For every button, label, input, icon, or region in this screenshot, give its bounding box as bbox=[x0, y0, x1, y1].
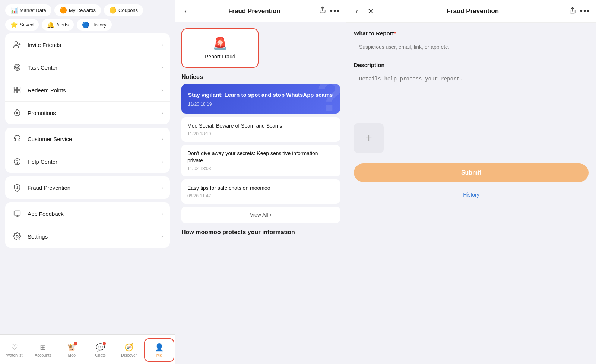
description-textarea[interactable] bbox=[354, 70, 589, 115]
right-more-icon[interactable]: ••• bbox=[580, 7, 590, 16]
menu-item-app-feedback[interactable]: App Feedback › bbox=[5, 202, 170, 225]
view-all-chevron: › bbox=[270, 212, 272, 218]
app-feedback-label: App Feedback bbox=[28, 211, 161, 217]
right-panel-header: ‹ ✕ Fraud Prevention ••• bbox=[346, 0, 596, 23]
right-header-actions: ••• bbox=[569, 7, 590, 16]
fraud-prevention-label: Fraud Prevention bbox=[28, 185, 161, 191]
notice-featured-title: Stay vigilant: Learn to spot and stop Wh… bbox=[188, 91, 333, 99]
svg-rect-9 bbox=[18, 90, 20, 93]
customer-service-chevron: › bbox=[161, 136, 163, 142]
nav-me[interactable]: 👤 Me bbox=[144, 338, 174, 362]
mid-panel: ‹ Fraud Prevention ••• 🚨 Report Fraud No… bbox=[175, 0, 346, 364]
submit-button[interactable]: Submit bbox=[354, 163, 589, 182]
menu-list: Invite Friends › Task Center › Redeem Po… bbox=[0, 33, 175, 334]
nav-discover[interactable]: 🧭 Discover bbox=[115, 338, 143, 363]
redeem-points-label: Redeem Points bbox=[28, 87, 161, 93]
view-all-button[interactable]: View All › bbox=[181, 207, 340, 223]
tab-my-rewards-label: My Rewards bbox=[69, 7, 96, 13]
settings-chevron: › bbox=[161, 233, 163, 239]
tab-saved-label: Saved bbox=[20, 22, 34, 28]
svg-point-11 bbox=[17, 164, 17, 164]
notice-item-2[interactable]: Easy tips for safe chats on moomoo 09/26… bbox=[181, 179, 340, 204]
moo-icon: 🐮 bbox=[67, 343, 76, 352]
notice-item-1[interactable]: Don't give away your secrets: Keep sensi… bbox=[181, 145, 340, 176]
svg-rect-14 bbox=[14, 211, 20, 215]
history-link[interactable]: History bbox=[354, 189, 589, 201]
right-close-button[interactable]: ✕ bbox=[365, 5, 377, 17]
menu-item-settings[interactable]: Settings › bbox=[5, 225, 170, 248]
right-share-icon[interactable] bbox=[569, 7, 576, 16]
mid-share-icon[interactable] bbox=[319, 6, 326, 16]
menu-item-redeem-points[interactable]: Redeem Points › bbox=[5, 79, 170, 102]
mid-panel-header: ‹ Fraud Prevention ••• bbox=[175, 0, 346, 22]
left-panel: 📊 Market Data 🟠 My Rewards 🟡 Coupons ⭐ S… bbox=[0, 0, 175, 364]
promotions-icon bbox=[12, 108, 22, 118]
nav-watchlist[interactable]: ♡ Watchlist bbox=[0, 338, 29, 363]
market-data-icon: 📊 bbox=[10, 7, 18, 14]
tab-market-data-label: Market Data bbox=[20, 7, 46, 13]
help-center-label: Help Center bbox=[28, 159, 161, 165]
notice-featured[interactable]: Stay vigilant: Learn to spot and stop Wh… bbox=[181, 84, 340, 114]
svg-point-13 bbox=[17, 188, 17, 189]
alerts-icon: 🔔 bbox=[47, 21, 54, 28]
tab-alerts[interactable]: 🔔 Alerts bbox=[42, 19, 74, 31]
notice-item-0[interactable]: Moo Social: Beware of Spam and Scams 11/… bbox=[181, 117, 340, 142]
task-center-chevron: › bbox=[161, 64, 163, 70]
required-star: * bbox=[394, 30, 396, 36]
menu-item-fraud-prevention[interactable]: Fraud Prevention › bbox=[5, 176, 170, 199]
menu-item-help-center[interactable]: Help Center › bbox=[5, 150, 170, 173]
protect-title: How moomoo protects your information bbox=[181, 229, 340, 236]
tab-history[interactable]: 🔵 History bbox=[77, 19, 111, 31]
right-content: What to Report* Description + Submit His… bbox=[346, 23, 596, 364]
photo-upload-button[interactable]: + bbox=[354, 123, 384, 153]
notice-0-title: Moo Social: Beware of Spam and Scams bbox=[187, 122, 334, 130]
right-back-button[interactable]: ‹ bbox=[352, 6, 361, 17]
notice-2-date: 09/26 11:42 bbox=[187, 193, 334, 198]
fraud-prevention-chevron: › bbox=[161, 185, 163, 191]
report-fraud-icon: 🚨 bbox=[213, 36, 228, 51]
description-field: Description bbox=[354, 62, 589, 116]
tab-my-rewards[interactable]: 🟠 My Rewards bbox=[54, 4, 101, 16]
fraud-prevention-icon bbox=[12, 182, 22, 193]
what-to-report-input[interactable] bbox=[354, 39, 589, 55]
report-fraud-tile[interactable]: 🚨 Report Fraud bbox=[181, 28, 259, 68]
moo-label: Moo bbox=[68, 353, 76, 357]
watchlist-label: Watchlist bbox=[6, 353, 22, 357]
chats-label: Chats bbox=[95, 353, 106, 357]
mid-more-icon[interactable]: ••• bbox=[330, 7, 340, 15]
chats-icon: 💬 bbox=[96, 343, 105, 352]
tab-coupons[interactable]: 🟡 Coupons bbox=[104, 4, 143, 16]
me-label: Me bbox=[156, 353, 162, 357]
nav-chats[interactable]: 💬 Chats bbox=[86, 338, 115, 363]
menu-item-invite-friends[interactable]: Invite Friends › bbox=[5, 33, 170, 56]
my-rewards-icon: 🟠 bbox=[60, 7, 67, 14]
settings-label: Settings bbox=[28, 233, 161, 240]
settings-icon bbox=[12, 231, 22, 242]
nav-accounts[interactable]: ⊞ Accounts bbox=[29, 338, 57, 363]
history-link-label: History bbox=[463, 192, 479, 198]
mid-back-button[interactable]: ‹ bbox=[181, 5, 190, 17]
tab-saved[interactable]: ⭐ Saved bbox=[5, 19, 39, 31]
coupons-icon: 🟡 bbox=[109, 7, 117, 14]
notices-section: Notices Stay vigilant: Learn to spot and… bbox=[181, 74, 340, 223]
menu-section-1: Invite Friends › Task Center › Redeem Po… bbox=[5, 33, 170, 124]
tab-market-data[interactable]: 📊 Market Data bbox=[5, 4, 51, 16]
app-feedback-chevron: › bbox=[161, 211, 163, 217]
app-feedback-icon bbox=[12, 208, 22, 219]
menu-item-promotions[interactable]: Promotions › bbox=[5, 102, 170, 124]
report-fraud-section: 🚨 Report Fraud bbox=[181, 28, 340, 68]
task-center-label: Task Center bbox=[28, 64, 161, 71]
menu-section-fraud-prevention: Fraud Prevention › bbox=[5, 176, 170, 199]
right-panel: ‹ ✕ Fraud Prevention ••• What to Report*… bbox=[346, 0, 596, 364]
discover-label: Discover bbox=[121, 353, 137, 357]
accounts-label: Accounts bbox=[35, 353, 51, 357]
what-to-report-text: What to Report bbox=[354, 30, 394, 36]
description-label: Description bbox=[354, 62, 589, 68]
nav-moo[interactable]: 🐮 Moo bbox=[57, 338, 86, 363]
report-fraud-label: Report Fraud bbox=[205, 54, 235, 60]
menu-item-customer-service[interactable]: Customer Service › bbox=[5, 128, 170, 150]
menu-item-task-center[interactable]: Task Center › bbox=[5, 56, 170, 79]
notice-1-date: 11/02 18:03 bbox=[187, 166, 334, 171]
notice-1-title: Don't give away your secrets: Keep sensi… bbox=[187, 150, 334, 165]
notice-featured-date: 11/20 18:19 bbox=[188, 102, 333, 107]
